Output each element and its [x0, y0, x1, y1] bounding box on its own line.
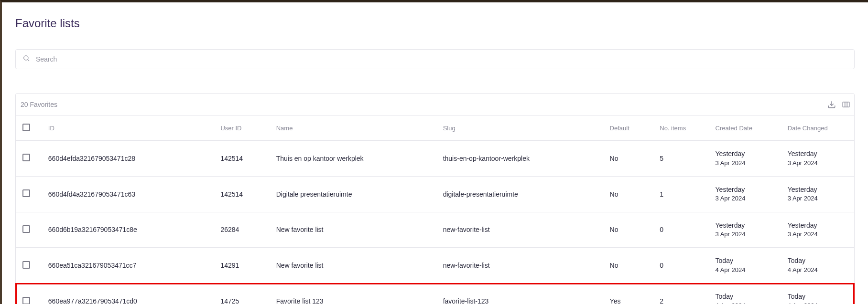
row-checkbox[interactable] — [22, 189, 30, 197]
cell-id: 660d6b19a321679053471c8e — [43, 212, 215, 248]
cell-default: No — [604, 141, 654, 177]
cell-slug: new-favorite-list — [437, 248, 604, 283]
created-relative: Yesterday — [716, 221, 776, 231]
row-checkbox[interactable] — [22, 154, 30, 161]
header-created-date[interactable]: Created Date — [710, 116, 782, 141]
changed-relative: Today — [788, 292, 848, 302]
cell-user-id: 142514 — [215, 176, 270, 212]
cell-default: No — [604, 248, 654, 283]
search-icon — [22, 54, 36, 64]
cell-created-date: Yesterday 3 Apr 2024 — [710, 212, 782, 248]
favorites-count: 20 Favorites — [21, 101, 57, 108]
header-default[interactable]: Default — [604, 116, 654, 141]
row-checkbox-cell — [16, 212, 43, 248]
created-absolute: 4 Apr 2024 — [716, 302, 776, 304]
cell-created-date: Today 4 Apr 2024 — [710, 283, 782, 304]
download-icon[interactable] — [827, 100, 836, 109]
search-field[interactable] — [15, 49, 855, 69]
table-row[interactable]: 660d4fd4a321679053471c63 142514 Digitale… — [16, 176, 854, 212]
cell-name: New favorite list — [271, 212, 437, 248]
table-row[interactable]: 660d6b19a321679053471c8e 26284 New favor… — [16, 212, 854, 248]
changed-absolute: 3 Apr 2024 — [788, 159, 848, 168]
table-row[interactable]: 660d4efda321679053471c28 142514 Thuis en… — [16, 141, 854, 177]
cell-name: New favorite list — [271, 248, 437, 283]
cell-user-id: 14725 — [215, 283, 270, 304]
created-relative: Today — [716, 256, 776, 266]
changed-relative: Yesterday — [788, 185, 848, 195]
cell-user-id: 14291 — [215, 248, 270, 283]
select-all-checkbox[interactable] — [22, 124, 30, 131]
changed-absolute: 4 Apr 2024 — [788, 266, 848, 274]
row-checkbox[interactable] — [22, 261, 30, 269]
created-absolute: 3 Apr 2024 — [716, 194, 776, 203]
cell-created-date: Yesterday 3 Apr 2024 — [710, 176, 782, 212]
cell-default: No — [604, 212, 654, 248]
cell-no-items: 0 — [654, 212, 709, 248]
page-container: Favorite lists 20 Favorites — [2, 2, 868, 304]
table-header-row: ID User ID Name Slug Default No. items C… — [16, 116, 854, 141]
header-id[interactable]: ID — [43, 116, 215, 141]
cell-id: 660d4efda321679053471c28 — [43, 141, 215, 177]
cell-id: 660ea51ca321679053471cc7 — [43, 248, 215, 283]
search-input[interactable] — [36, 55, 847, 63]
cell-date-changed: Today 4 Apr 2024 — [782, 248, 854, 283]
cell-name: Thuis en op kantoor werkplek — [271, 141, 437, 177]
cell-created-date: Today 4 Apr 2024 — [710, 248, 782, 283]
page-title: Favorite lists — [15, 17, 855, 30]
row-checkbox-cell — [16, 141, 43, 177]
svg-point-0 — [24, 56, 28, 60]
cell-id: 660d4fd4a321679053471c63 — [43, 176, 215, 212]
row-checkbox-cell — [16, 283, 43, 304]
created-relative: Yesterday — [716, 185, 776, 195]
changed-relative: Yesterday — [788, 221, 848, 231]
cell-user-id: 26284 — [215, 212, 270, 248]
row-checkbox-cell — [16, 248, 43, 283]
cell-no-items: 0 — [654, 248, 709, 283]
created-absolute: 3 Apr 2024 — [716, 159, 776, 168]
cell-name: Digitale presentatieruimte — [271, 176, 437, 212]
table-row[interactable]: 660ea51ca321679053471cc7 14291 New favor… — [16, 248, 854, 283]
cell-slug: thuis-en-op-kantoor-werkplek — [437, 141, 604, 177]
changed-relative: Yesterday — [788, 149, 848, 159]
cell-default: Yes — [604, 283, 654, 304]
created-relative: Today — [716, 292, 776, 302]
cell-created-date: Yesterday 3 Apr 2024 — [710, 141, 782, 177]
cell-date-changed: Yesterday 3 Apr 2024 — [782, 212, 854, 248]
row-checkbox[interactable] — [22, 297, 30, 304]
cell-no-items: 1 — [654, 176, 709, 212]
header-user-id[interactable]: User ID — [215, 116, 270, 141]
changed-relative: Today — [788, 256, 848, 266]
changed-absolute: 3 Apr 2024 — [788, 194, 848, 203]
panel-header: 20 Favorites — [16, 94, 854, 116]
svg-rect-3 — [843, 102, 849, 107]
columns-icon[interactable] — [842, 100, 850, 109]
cell-no-items: 2 — [654, 283, 709, 304]
cell-name: Favorite list 123 — [271, 283, 437, 304]
cell-user-id: 142514 — [215, 141, 270, 177]
panel-actions — [827, 100, 850, 109]
cell-slug: new-favorite-list — [437, 212, 604, 248]
header-name[interactable]: Name — [271, 116, 437, 141]
created-relative: Yesterday — [716, 149, 776, 159]
cell-no-items: 5 — [654, 141, 709, 177]
header-slug[interactable]: Slug — [437, 116, 604, 141]
created-absolute: 4 Apr 2024 — [716, 266, 776, 274]
row-checkbox[interactable] — [22, 225, 30, 233]
header-no-items[interactable]: No. items — [654, 116, 709, 141]
svg-line-1 — [28, 60, 29, 61]
changed-absolute: 4 Apr 2024 — [788, 302, 848, 304]
cell-slug: favorite-list-123 — [437, 283, 604, 304]
cell-id: 660ea977a321679053471cd0 — [43, 283, 215, 304]
cell-date-changed: Yesterday 3 Apr 2024 — [782, 176, 854, 212]
created-absolute: 3 Apr 2024 — [716, 230, 776, 239]
cell-date-changed: Yesterday 3 Apr 2024 — [782, 141, 854, 177]
favorites-panel: 20 Favorites — [15, 93, 855, 304]
header-checkbox-cell — [16, 116, 43, 141]
favorites-table: ID User ID Name Slug Default No. items C… — [16, 116, 854, 304]
cell-default: No — [604, 176, 654, 212]
table-row[interactable]: 660ea977a321679053471cd0 14725 Favorite … — [16, 283, 854, 304]
row-checkbox-cell — [16, 176, 43, 212]
changed-absolute: 3 Apr 2024 — [788, 230, 848, 239]
header-date-changed[interactable]: Date Changed — [782, 116, 854, 141]
cell-date-changed: Today 4 Apr 2024 — [782, 283, 854, 304]
